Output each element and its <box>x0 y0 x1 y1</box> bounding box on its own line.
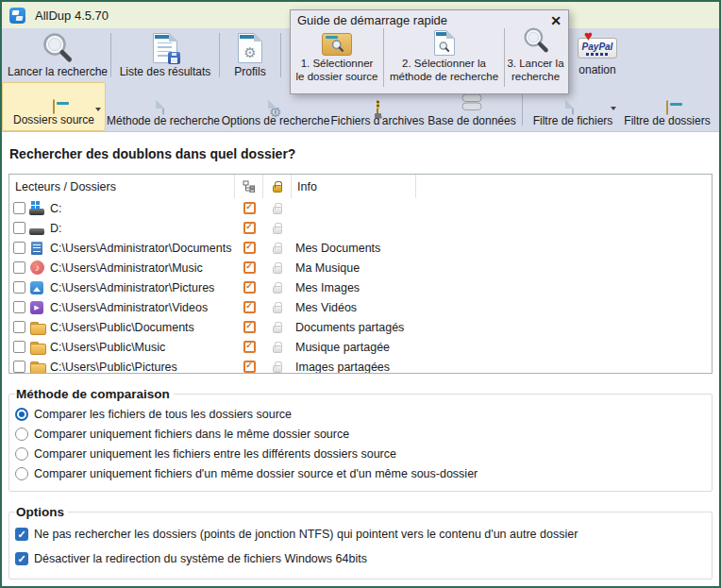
table-row[interactable]: D: <box>9 218 712 238</box>
row-checkbox[interactable] <box>13 261 25 274</box>
windows-drive-icon <box>29 201 45 216</box>
close-icon[interactable]: ✕ <box>550 14 562 27</box>
include-subfolders-icon[interactable] <box>243 261 256 274</box>
folder-info: Mes Documents <box>295 242 380 255</box>
toolbar-separator <box>110 33 111 77</box>
quickstart-step-start-search[interactable]: 3. Lancer la recherche <box>504 28 566 87</box>
table-row[interactable]: C:\Users\Administrator\Videos Mes Vidéos <box>9 297 712 317</box>
row-checkbox[interactable] <box>13 242 25 254</box>
lock-icon[interactable] <box>273 365 282 373</box>
lock-icon[interactable] <box>273 345 282 353</box>
radio-selected-icon <box>15 408 28 421</box>
option-wow64-redirection[interactable]: Désactiver la redirection du système de … <box>15 546 706 571</box>
table-row[interactable]: C:\Users\Public\Music Musique partagée <box>9 337 712 357</box>
table-row[interactable]: C:\Users\Administrator\Music Ma Musique <box>9 258 712 277</box>
magnifier-icon <box>41 31 75 65</box>
folder-tree-icon <box>243 180 256 193</box>
include-subfolders-icon[interactable] <box>243 222 256 234</box>
quickstart-title-bar: Guide de démarrage rapide ✕ <box>291 10 568 28</box>
quickstart-popup: Guide de démarrage rapide ✕ 1. Sélection… <box>290 9 569 94</box>
row-checkbox[interactable] <box>13 321 25 333</box>
row-checkbox[interactable] <box>13 341 25 353</box>
radio-icon <box>15 428 28 441</box>
gold-lock-icon <box>273 185 282 193</box>
column-lock[interactable] <box>263 175 292 198</box>
include-subfolders-icon[interactable] <box>243 341 256 353</box>
donation-button[interactable]: ♥PayPal onation <box>562 30 632 80</box>
lock-icon[interactable] <box>273 246 282 254</box>
search-method-tab[interactable]: Méthode de recherche <box>106 82 221 131</box>
comparison-option-same-subfolder[interactable]: Comparer uniquement fichiers d'un même d… <box>15 463 706 483</box>
start-search-button[interactable]: Lancer la recherche <box>9 28 106 82</box>
folder-info: Mes Images <box>295 281 360 294</box>
folder-info: Ma Musique <box>295 261 360 275</box>
dropdown-arrow-icon[interactable] <box>95 108 101 111</box>
toolbar-separator <box>219 33 220 77</box>
include-subfolders-icon[interactable] <box>243 281 256 294</box>
table-row[interactable]: C:\Users\Public\Documents Documents part… <box>9 317 712 337</box>
lock-icon[interactable] <box>273 266 282 274</box>
folder-path: C:\Users\Administrator\Pictures <box>50 281 214 294</box>
folder-path: C:\Users\Public\Pictures <box>50 361 177 374</box>
alldup-window: AllDup 4.5.70 Lancer la recherche Liste … <box>0 0 721 588</box>
result-list-button[interactable]: Liste des résultats <box>116 28 214 82</box>
include-subfolders-icon[interactable] <box>243 242 256 254</box>
row-checkbox[interactable] <box>13 361 25 373</box>
folder-search-icon <box>53 100 55 113</box>
pictures-folder-icon <box>29 280 45 295</box>
column-info[interactable]: Info <box>297 180 317 193</box>
row-checkbox[interactable] <box>13 202 25 214</box>
column-folders[interactable]: Lecteurs / Dossiers <box>15 180 116 193</box>
paypal-icon: ♥PayPal <box>578 33 617 63</box>
lock-icon[interactable] <box>273 326 282 333</box>
alldup-logo-icon <box>9 8 25 24</box>
table-row[interactable]: C:\Users\Public\Pictures Images partagée… <box>9 357 712 374</box>
quickstart-title: Guide de démarrage rapide <box>297 13 447 27</box>
include-subfolders-icon[interactable] <box>243 321 256 333</box>
content-area: Rechercher des doublons dans quel dossie… <box>2 132 719 580</box>
toolbar-separator <box>280 33 281 77</box>
heart-icon: ♥ <box>584 28 593 42</box>
checkbox-checked-icon <box>15 528 28 541</box>
lock-icon[interactable] <box>273 227 282 234</box>
shared-folder-icon <box>29 340 45 355</box>
option-ntfs-junctions[interactable]: Ne pas rechercher les dossiers (points d… <box>15 522 706 546</box>
folder-path: D: <box>50 222 62 235</box>
doc-funnel-icon <box>572 101 574 114</box>
lock-icon[interactable] <box>273 306 282 313</box>
include-subfolders-icon[interactable] <box>243 301 256 313</box>
quickstart-step-select-source[interactable]: 1. Sélectionner le dossier source <box>291 28 383 87</box>
column-subfolders[interactable] <box>235 175 263 198</box>
radio-icon <box>15 447 28 461</box>
drive-icon <box>29 221 45 236</box>
magnifier-icon <box>522 26 550 58</box>
row-checkbox[interactable] <box>13 222 25 234</box>
folder-path: C: <box>50 202 62 215</box>
table-row[interactable]: C:\Users\Administrator\Documents Mes Doc… <box>9 238 712 258</box>
comparison-method-title: Méthode de comparaison <box>15 387 174 401</box>
include-subfolders-icon[interactable] <box>243 361 256 373</box>
folder-search-icon <box>322 33 352 56</box>
comparison-option-all-sources[interactable]: Comparer les fichiers de tous les dossie… <box>15 404 706 424</box>
folder-path: C:\Users\Administrator\Videos <box>50 301 208 314</box>
table-row[interactable]: C: <box>9 198 712 218</box>
source-folders-tab[interactable]: Dossiers source <box>2 82 106 131</box>
options-title: Options <box>15 505 68 519</box>
dropdown-arrow-icon[interactable] <box>611 107 616 110</box>
include-subfolders-icon[interactable] <box>243 202 256 214</box>
comparison-option-same-folder[interactable]: Comparer uniquement fichiers dans le mêm… <box>15 424 706 444</box>
shared-folder-icon <box>29 360 45 375</box>
table-row[interactable]: C:\Users\Administrator\Pictures Mes Imag… <box>9 277 712 297</box>
row-checkbox[interactable] <box>13 301 25 313</box>
folder-path: C:\Users\Public\Documents <box>50 321 194 334</box>
music-folder-icon <box>29 260 45 276</box>
page-title: Rechercher des doublons dans quel dossie… <box>8 132 713 174</box>
comparison-option-between-folders[interactable]: Comparer uniquement les fichiers entre l… <box>15 444 706 463</box>
profiles-gear-icon: ⚙ <box>238 31 262 65</box>
folder-filter-tab[interactable]: Filtre de dossiers <box>620 82 714 131</box>
profiles-button[interactable]: ⚙ Profils <box>225 28 276 82</box>
lock-icon[interactable] <box>273 286 282 294</box>
quickstart-step-select-method[interactable]: 2. Sélectionner la méthode de recherche <box>383 28 504 87</box>
lock-icon[interactable] <box>273 207 282 214</box>
row-checkbox[interactable] <box>13 281 25 294</box>
